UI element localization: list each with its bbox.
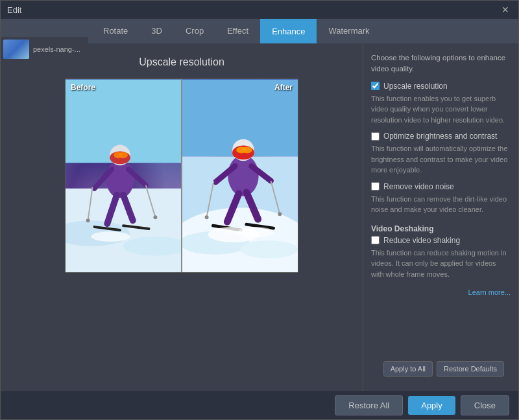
svg-point-15	[153, 215, 157, 219]
upscale-option-row: Upscale resolution	[371, 82, 511, 91]
thumbnail-label: pexels-nang-...	[33, 45, 80, 53]
before-image	[66, 79, 181, 272]
svg-point-26	[228, 155, 258, 196]
noise-label[interactable]: Remove video noise	[383, 182, 454, 191]
preview-before: Before	[66, 79, 181, 272]
apply-button[interactable]: Apply	[408, 396, 455, 415]
noise-desc: This function can remove the dirt-like v…	[371, 194, 511, 215]
tab-rotate[interactable]: Rotate	[91, 19, 139, 43]
before-label: Before	[71, 83, 95, 92]
title-bar: Edit ✕	[1, 1, 518, 19]
video-thumbnail[interactable]: pexels-nang-...	[1, 37, 88, 62]
svg-point-42	[238, 227, 274, 237]
shaking-label[interactable]: Reduce video shaking	[383, 236, 460, 245]
svg-point-14	[86, 218, 90, 222]
svg-point-9	[119, 152, 128, 158]
main-content: Upscale resolution Before	[1, 43, 518, 391]
restore-all-button[interactable]: Restore All	[335, 395, 403, 415]
tab-3d[interactable]: 3D	[139, 19, 174, 43]
upscale-desc: This function enables you to get superb …	[371, 93, 511, 126]
footer: Restore All Apply Close	[1, 391, 518, 419]
upscale-label[interactable]: Upscale resolution	[383, 82, 448, 91]
section-intro: Choose the following options to enhance …	[371, 52, 511, 75]
after-image	[182, 79, 298, 272]
tab-enhance[interactable]: Enhance	[260, 19, 317, 43]
brightness-option-row: Optimize brightness and contrast	[371, 132, 511, 141]
shaking-desc: This function can reduce shaking motion …	[371, 248, 511, 280]
brightness-checkbox[interactable]	[371, 132, 380, 141]
noise-checkbox[interactable]	[371, 182, 380, 191]
preview-after: After	[182, 79, 298, 272]
svg-point-25	[240, 240, 298, 259]
secondary-buttons: Apply to All Restore Defaults	[371, 356, 511, 382]
brightness-desc: This function will automatically optimiz…	[371, 143, 511, 176]
upscale-checkbox[interactable]	[371, 82, 380, 90]
after-label: After	[274, 83, 293, 92]
window-close-button[interactable]: ✕	[499, 3, 512, 16]
title-bar-left: Edit	[7, 5, 21, 15]
window-title: Edit	[7, 5, 21, 15]
svg-point-36	[278, 212, 282, 216]
edit-window: Edit ✕ pexels-nang-... Rotate 3D Crop Ef…	[0, 0, 519, 420]
deshaking-heading: Video Deshaking	[371, 224, 511, 233]
learn-more-link[interactable]: Learn more...	[371, 288, 511, 296]
svg-point-35	[205, 215, 209, 219]
shaking-checkbox[interactable]	[371, 236, 380, 244]
shaking-option-row: Reduce video shaking	[371, 236, 511, 245]
noise-option-row: Remove video noise	[371, 182, 511, 191]
tab-effect[interactable]: Effect	[215, 19, 260, 43]
preview-container: Before	[65, 78, 298, 273]
apply-to-all-button[interactable]: Apply to All	[383, 361, 433, 377]
svg-point-30	[242, 147, 252, 154]
restore-defaults-button[interactable]: Restore Defaults	[437, 361, 504, 377]
brightness-label[interactable]: Optimize brightness and contrast	[383, 132, 497, 141]
options-panel: Choose the following options to enhance …	[363, 43, 518, 391]
preview-title: Upscale resolution	[139, 56, 224, 68]
close-button[interactable]: Close	[461, 395, 509, 415]
thumbnail-image	[3, 40, 29, 59]
preview-panel: Upscale resolution Before	[1, 43, 363, 391]
svg-point-20	[91, 231, 130, 242]
tab-watermark[interactable]: Watermark	[317, 19, 381, 43]
tab-crop[interactable]: Crop	[174, 19, 215, 43]
tab-bar: pexels-nang-... Rotate 3D Crop Effect En…	[1, 19, 518, 43]
